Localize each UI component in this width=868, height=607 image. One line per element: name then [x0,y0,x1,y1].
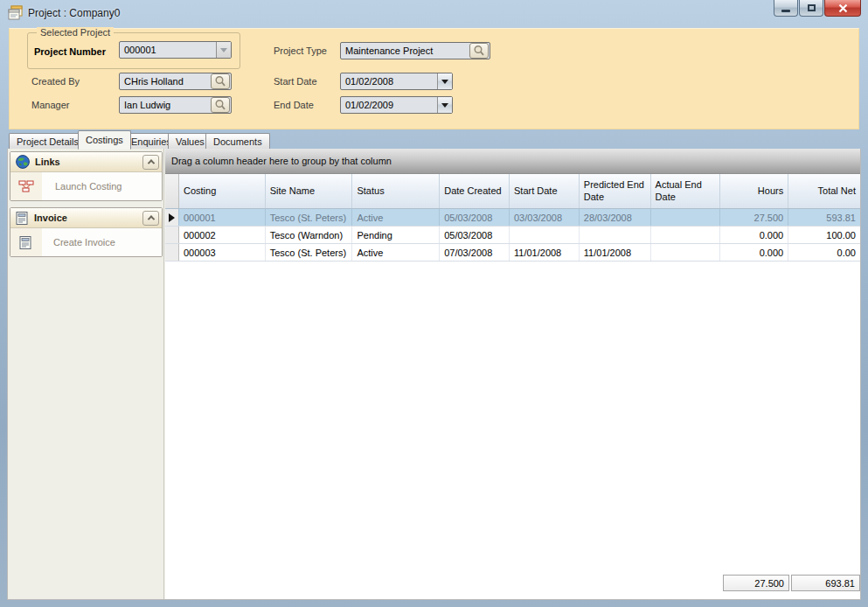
cell-costing[interactable]: 000002 [179,227,266,243]
created-by-field[interactable]: CHris Holland [119,73,232,90]
column-header-start-date[interactable]: Start Date [510,174,580,208]
cell-start-date[interactable]: 11/01/2008 [510,244,580,261]
group-by-band[interactable]: Drag a column header here to group by th… [165,149,860,174]
cell-hours[interactable]: 0.000 [720,227,788,243]
column-header-date-created[interactable]: Date Created [440,174,510,208]
links-collapse-button[interactable] [142,155,159,170]
cell-hours[interactable]: 0.000 [720,244,788,261]
project-type-field[interactable]: Maintenance Project [340,42,490,59]
project-number-value: 000001 [120,45,216,55]
created-by-lookup-button[interactable] [211,73,230,89]
project-type-lookup-button[interactable] [469,43,489,59]
current-row-arrow-icon [169,213,175,222]
sidebar: Links Launch Costing [8,149,164,599]
cell-status[interactable]: Pending [352,227,440,243]
manager-field[interactable]: Ian Ludwig [119,96,232,114]
invoice-collapse-button[interactable] [142,211,159,226]
cell-actual-end[interactable] [651,227,721,243]
globe-icon [15,154,31,170]
manager-label: Manager [31,100,69,110]
links-panel-header[interactable]: Links [10,152,162,172]
end-date-combobox[interactable]: 01/02/2009 [340,96,453,114]
cell-date-created[interactable]: 05/03/2008 [440,209,510,226]
cell-total-net[interactable]: 0.00 [788,244,860,261]
cell-total-net[interactable]: 593.81 [788,209,860,226]
invoice-panel-header[interactable]: Invoice [10,208,162,228]
launch-costing-icon [18,179,35,194]
grid-header-row: Costing Site Name Status Date Created St… [165,174,860,209]
invoice-icon [15,211,30,226]
table-row[interactable]: 000002 Tesco (Warndon) Pending 05/03/200… [165,227,860,244]
window-title: Project : Company0 [28,7,120,19]
cell-actual-end[interactable] [651,244,721,261]
project-number-combobox[interactable]: 000001 [119,41,232,59]
start-date-label: Start Date [274,76,317,87]
project-header-panel: Selected Project Project Number 000001 P… [9,28,859,129]
end-date-value: 01/02/2009 [341,100,437,110]
minimize-button[interactable] [774,0,798,17]
chevron-down-icon [441,80,448,84]
cell-site-name[interactable]: Tesco (St. Peters) [266,244,353,261]
project-number-dropdown-button[interactable] [216,42,231,58]
magnifier-icon [473,45,485,57]
column-header-costing[interactable]: Costing [179,174,266,208]
tab-documents[interactable]: Documents [205,133,270,150]
costings-grid: Drag a column header here to group by th… [165,149,860,599]
table-row[interactable]: 000001 Tesco (St. Peters) Active 05/03/2… [165,209,860,227]
launch-costing-label: Launch Costing [35,181,122,192]
title-bar[interactable]: Project : Company0 [0,0,868,26]
table-row[interactable]: 000003 Tesco (St. Peters) Active 07/03/2… [165,244,860,262]
cell-start-date[interactable] [510,227,580,243]
cell-site-name[interactable]: Tesco (Warndon) [266,227,353,243]
cell-hours[interactable]: 27.500 [720,209,788,226]
hours-total-summary: 27.500 [723,575,789,591]
minimize-icon [781,10,790,12]
magnifier-icon [214,99,226,111]
project-type-label: Project Type [274,45,327,56]
cell-status[interactable]: Active [352,209,440,226]
end-date-dropdown-button[interactable] [437,97,452,113]
start-date-dropdown-button[interactable] [437,73,452,89]
close-button[interactable] [824,0,861,17]
column-header-predicted-end[interactable]: Predicted End Date [580,174,651,208]
links-panel-title: Links [31,157,142,167]
create-invoice-icon [18,235,33,250]
invoice-panel-title: Invoice [30,213,142,223]
manager-lookup-button[interactable] [211,97,230,113]
end-date-label: End Date [274,100,314,110]
invoice-panel: Invoice Create Invoice [10,207,163,257]
column-header-hours[interactable]: Hours [720,174,788,208]
cell-total-net[interactable]: 100.00 [788,227,860,243]
column-header-status[interactable]: Status [352,174,440,208]
cell-date-created[interactable]: 07/03/2008 [440,244,510,261]
manager-value: Ian Ludwig [120,100,211,110]
cell-predicted-end[interactable]: 28/03/2008 [580,209,651,226]
tab-project-details[interactable]: Project Details [9,133,87,150]
cell-predicted-end[interactable]: 11/01/2008 [580,244,651,261]
maximize-button[interactable] [799,0,823,17]
cell-date-created[interactable]: 05/03/2008 [440,227,510,243]
created-by-label: Created By [31,76,80,87]
cell-start-date[interactable]: 03/03/2008 [510,209,580,226]
cell-site-name[interactable]: Tesco (St. Peters) [266,209,353,226]
launch-costing-item[interactable]: Launch Costing [10,172,162,200]
app-icon [8,5,23,20]
cell-actual-end[interactable] [651,209,721,226]
cell-costing[interactable]: 000003 [179,244,266,261]
row-indicator [165,209,179,226]
start-date-combobox[interactable]: 01/02/2008 [340,73,453,90]
cell-status[interactable]: Active [352,244,440,261]
cell-predicted-end[interactable] [580,227,651,243]
column-header-actual-end[interactable]: Actual End Date [651,174,721,208]
chevron-down-icon [441,103,448,108]
start-date-value: 01/02/2008 [341,76,437,87]
tab-strip: Project Details Costings Enquiries Value… [7,131,861,150]
net-total-value: 693.81 [825,578,855,589]
tab-costings[interactable]: Costings [78,130,131,150]
project-number-label: Project Number [34,46,106,57]
magnifier-icon [214,75,226,87]
column-header-site-name[interactable]: Site Name [266,174,353,208]
cell-costing[interactable]: 000001 [179,209,266,226]
create-invoice-item[interactable]: Create Invoice [10,228,162,256]
column-header-total-net[interactable]: Total Net [788,174,860,208]
